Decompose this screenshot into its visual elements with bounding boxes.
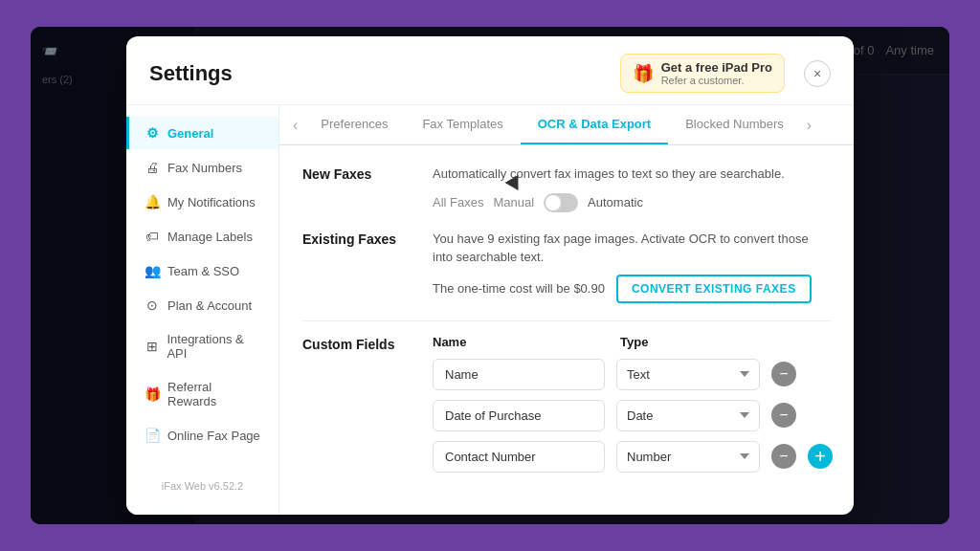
- modal-title: Settings: [149, 61, 233, 86]
- promo-banner[interactable]: 🎁 Get a free iPad Pro Refer a customer.: [620, 54, 785, 93]
- tab-fax-templates[interactable]: Fax Templates: [405, 105, 520, 144]
- sidebar-item-label: Team & SSO: [167, 264, 239, 278]
- sidebar-item-label: My Notifications: [167, 195, 256, 209]
- cf-remove-button-2[interactable]: −: [771, 403, 796, 428]
- sidebar-item-label: Referral Rewards: [167, 380, 263, 408]
- cost-row: The one-time cost will be $0.90 CONVERT …: [433, 275, 831, 303]
- custom-fields-section: Custom Fields Name Type: [302, 335, 831, 482]
- sidebar-item-integrations[interactable]: ⊞ Integrations & API: [126, 323, 278, 369]
- modal-close-button[interactable]: ×: [804, 60, 831, 87]
- cf-type-select-3[interactable]: Text Date Number Checkbox: [616, 441, 760, 473]
- custom-fields-content: Name Type Text Date Number: [433, 335, 833, 482]
- tab-preferences[interactable]: Preferences: [303, 105, 405, 144]
- new-faxes-content: Automatically convert fax images to text…: [433, 165, 831, 212]
- settings-tabs: ‹ Preferences Fax Templates OCR & Data E…: [279, 105, 854, 145]
- toggle-knob: [546, 195, 561, 210]
- sidebar-item-referral[interactable]: 🎁 Referral Rewards: [126, 371, 278, 417]
- new-faxes-label: New Faxes: [302, 165, 417, 212]
- all-faxes-toggle-row: All Faxes Manual Automatic: [433, 193, 831, 212]
- gift-icon: 🎁: [145, 386, 160, 402]
- promo-icon: 🎁: [633, 63, 654, 84]
- cf-remove-button-3[interactable]: −: [771, 444, 796, 469]
- settings-content: ‹ Preferences Fax Templates OCR & Data E…: [279, 105, 854, 515]
- convert-existing-faxes-button[interactable]: CONVERT EXISTING FAXES: [616, 275, 812, 303]
- sidebar-item-team[interactable]: 👥 Team & SSO: [126, 254, 278, 287]
- cf-type-select-1[interactable]: Text Date Number Checkbox: [616, 359, 760, 390]
- cost-text: The one-time cost will be $0.90: [433, 281, 605, 296]
- tab-ocr[interactable]: OCR & Data Export: [521, 105, 668, 144]
- gear-icon: ⚙: [145, 125, 160, 141]
- custom-field-row-3: Text Date Number Checkbox − +: [433, 441, 833, 473]
- existing-faxes-section: Existing Faxes You have 9 existing fax p…: [302, 230, 831, 303]
- modal-header: Settings 🎁 Get a free iPad Pro Refer a c…: [126, 36, 854, 105]
- sidebar-item-labels[interactable]: 🏷 Manage Labels: [126, 220, 278, 253]
- cf-type-header: Type: [620, 335, 773, 349]
- cf-name-input-1[interactable]: [433, 359, 605, 390]
- sidebar-item-notifications[interactable]: 🔔 My Notifications: [126, 186, 278, 218]
- bell-icon: 🔔: [145, 194, 160, 209]
- sidebar-item-label: Plan & Account: [167, 298, 252, 313]
- existing-faxes-content: You have 9 existing fax page images. Act…: [433, 230, 831, 303]
- tab-prev-button[interactable]: ‹: [287, 109, 303, 142]
- settings-main-content: New Faxes Automatically convert fax imag…: [279, 145, 854, 515]
- plan-icon: ⊙: [145, 298, 160, 313]
- cf-type-select-2[interactable]: Text Date Number Checkbox: [616, 400, 760, 431]
- all-faxes-toggle[interactable]: [544, 193, 578, 212]
- cf-add-button[interactable]: +: [808, 444, 833, 469]
- custom-field-row-2: Text Date Number Checkbox −: [433, 400, 833, 431]
- custom-fields-header: Name Type: [433, 335, 833, 349]
- modal-body: ⚙ General 🖨 Fax Numbers 🔔 My Notificatio…: [126, 105, 854, 515]
- settings-sidebar: ⚙ General 🖨 Fax Numbers 🔔 My Notificatio…: [126, 105, 279, 515]
- sidebar-item-general[interactable]: ⚙ General: [126, 117, 278, 149]
- team-icon: 👥: [145, 263, 160, 278]
- fax-icon: 🖨: [145, 160, 160, 175]
- cf-name-input-2[interactable]: [433, 400, 605, 431]
- sidebar-item-label: Fax Numbers: [167, 161, 242, 175]
- cf-name-header: Name: [433, 335, 605, 349]
- sidebar-item-label: Integrations & API: [167, 332, 263, 361]
- existing-faxes-desc: You have 9 existing fax page images. Act…: [433, 230, 831, 267]
- page-icon: 📄: [145, 428, 160, 443]
- version-label: iFax Web v6.52.2: [126, 469, 278, 503]
- label-icon: 🏷: [145, 229, 160, 244]
- custom-field-row-1: Text Date Number Checkbox −: [433, 359, 833, 390]
- sidebar-item-label: General: [167, 126, 213, 141]
- tab-blocked-numbers[interactable]: Blocked Numbers: [668, 105, 801, 144]
- tab-next-button[interactable]: ›: [801, 109, 817, 142]
- new-faxes-desc: Automatically convert fax images to text…: [433, 165, 831, 184]
- automatic-label: Automatic: [588, 195, 643, 209]
- promo-sub-text: Refer a customer.: [661, 75, 772, 86]
- cf-remove-button-1[interactable]: −: [771, 362, 796, 386]
- cf-name-input-3[interactable]: [433, 441, 605, 473]
- manual-label: Manual: [493, 195, 534, 209]
- sidebar-item-label: Online Fax Page: [167, 429, 260, 443]
- custom-fields-label: Custom Fields: [302, 335, 417, 482]
- modal-overlay: Settings 🎁 Get a free iPad Pro Refer a c…: [31, 27, 949, 524]
- promo-main-text: Get a free iPad Pro: [661, 60, 772, 75]
- sidebar-item-fax-numbers[interactable]: 🖨 Fax Numbers: [126, 151, 278, 184]
- sidebar-item-plan[interactable]: ⊙ Plan & Account: [126, 289, 278, 321]
- integrations-icon: ⊞: [145, 339, 159, 354]
- divider: [302, 320, 831, 321]
- sidebar-item-label: Manage Labels: [167, 230, 253, 244]
- sidebar-item-fax-page[interactable]: 📄 Online Fax Page: [126, 419, 278, 452]
- all-faxes-label: All Faxes: [433, 195, 483, 209]
- settings-modal: Settings 🎁 Get a free iPad Pro Refer a c…: [126, 36, 854, 515]
- existing-faxes-label: Existing Faxes: [302, 230, 417, 303]
- new-faxes-section: New Faxes Automatically convert fax imag…: [302, 165, 831, 212]
